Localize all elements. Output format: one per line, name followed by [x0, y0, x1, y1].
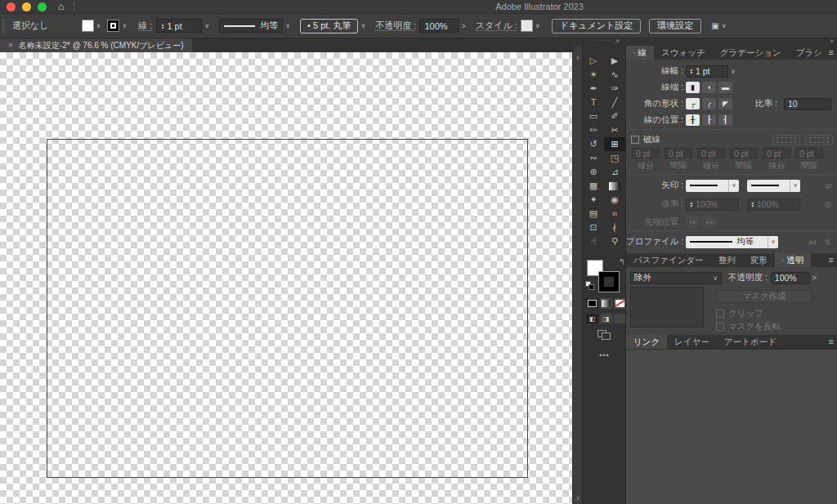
links-panel-body[interactable] [626, 349, 837, 504]
free-transform-tool[interactable]: ◳ [604, 151, 625, 165]
dash-field[interactable]: 0 pt [763, 148, 790, 158]
blend-mode-dropdown[interactable]: 除外 ∨ [630, 272, 722, 284]
none-button[interactable] [614, 298, 626, 309]
dashed-line-checkbox[interactable] [631, 136, 639, 144]
style-chevron-icon[interactable]: ∨ [535, 22, 540, 29]
draw-behind-button[interactable]: ◨ [600, 314, 612, 323]
stroke-weight-field[interactable]: ▴▾ 1 pt [156, 19, 202, 33]
dash-aligned-button[interactable] [805, 135, 833, 145]
toolbar-grip[interactable]: ····· [594, 36, 611, 44]
rectangle-tool[interactable]: ▭ [583, 109, 604, 123]
artboard[interactable] [47, 139, 528, 478]
stroke-chevron-icon[interactable]: ∨ [122, 22, 127, 29]
lasso-tool[interactable]: ∿ [604, 68, 625, 82]
width-tool[interactable]: ∾ [583, 151, 604, 165]
variable-width-chevron-icon[interactable]: ∨ [285, 22, 290, 29]
close-tab-icon[interactable]: × [8, 41, 13, 50]
opacity-more-icon[interactable]: > [461, 22, 465, 30]
hand-tool[interactable]: ☝ [583, 234, 604, 248]
gap-field[interactable]: 0 pt [665, 148, 692, 158]
tab-swatches[interactable]: スウォッチ [654, 46, 713, 60]
flip-across-icon[interactable]: ⇅ [825, 238, 831, 247]
mesh-tool[interactable]: ▦ [583, 179, 604, 193]
stepper-icon[interactable]: ▴▾ [690, 68, 692, 74]
style-swatch[interactable] [521, 20, 533, 32]
document-tab[interactable]: × 名称未設定-2* @ 76.6 % (CMYK/プレビュー) [0, 38, 192, 52]
arrowhead-start-dropdown[interactable] [686, 180, 728, 192]
dash-field[interactable]: 0 pt [697, 148, 725, 158]
profile-chevron-icon[interactable]: ∨ [768, 236, 778, 248]
butt-cap-button[interactable]: ▮ [686, 82, 700, 93]
shape-builder-tool[interactable]: ⊛ [583, 165, 604, 179]
round-join-button[interactable]: ╭ [702, 98, 716, 109]
arrowhead-end-chevron-icon[interactable]: ∨ [790, 180, 800, 192]
style-label[interactable]: スタイル : [476, 20, 517, 32]
preferences-button[interactable]: 環境設定 [649, 19, 701, 33]
stroke-color-swatch[interactable] [107, 20, 119, 32]
tab-artboards[interactable]: アートボード [717, 335, 784, 349]
toolbar-stroke-swatch[interactable] [599, 272, 619, 292]
arrowhead-end-dropdown[interactable] [747, 180, 790, 192]
scissors-tool[interactable]: ✂ [604, 123, 625, 137]
dash-field[interactable]: 0 pt [632, 148, 660, 158]
arrowhead-scale-end-field[interactable]: ▴▾ 100% [747, 198, 800, 211]
arrange-documents-chevron-icon[interactable]: ∨ [722, 22, 727, 29]
artboard-tool[interactable]: ⊡ [583, 221, 604, 234]
tip-inside-button[interactable]: ↤ [702, 216, 716, 228]
transparency-panel-menu-icon[interactable]: ≡ [829, 253, 834, 267]
screen-mode-icon[interactable] [598, 330, 611, 340]
perspective-grid-tool[interactable]: ⊿ [604, 165, 625, 179]
pencil-tool[interactable]: ✏ [583, 123, 604, 137]
brush-chevron-icon[interactable]: ∨ [360, 22, 365, 29]
color-button[interactable] [586, 298, 598, 309]
selection-tool[interactable]: ▷ [583, 54, 604, 68]
scale-tool[interactable]: ⊞ [604, 137, 625, 151]
align-center-button[interactable]: ╂ [686, 114, 700, 126]
weight-chevron-icon[interactable]: ∨ [731, 68, 736, 75]
arrowhead-start-chevron-icon[interactable]: ∨ [728, 180, 739, 192]
tab-layers[interactable]: レイヤー [667, 335, 717, 349]
direct-selection-tool[interactable]: ▶ [604, 54, 625, 68]
fullscreen-window-button[interactable] [38, 2, 47, 11]
zoom-tool[interactable]: ⚲ [604, 234, 625, 248]
width-profile-dropdown[interactable]: 均等 [686, 236, 768, 248]
tip-extend-button[interactable]: ↦ [686, 216, 700, 228]
arrange-documents-icon[interactable]: ▣ [711, 21, 718, 30]
tab-links[interactable]: リンク [626, 335, 667, 349]
tab-align[interactable]: 整列 [711, 253, 743, 267]
draw-inside-button[interactable]: ◌ [614, 314, 626, 323]
brush-definition-dropdown[interactable]: • 5 pt. 丸筆 [300, 19, 358, 33]
blend-tool[interactable]: ◉ [604, 193, 625, 207]
links-panel-menu-icon[interactable]: ≡ [829, 335, 834, 349]
opacity-label[interactable]: 不透明度 : [375, 20, 416, 32]
gap-field[interactable]: 0 pt [795, 148, 823, 158]
type-tool[interactable]: T [583, 96, 604, 109]
round-cap-button[interactable]: ◖ [702, 82, 716, 93]
stroke-weight-field[interactable]: ▴▾ 1 pt [686, 65, 728, 78]
stroke-weight-chevron-icon[interactable]: ∨ [204, 22, 209, 29]
paintbrush-tool[interactable]: ✐ [604, 109, 625, 123]
link-scales-icon[interactable]: ⊘ [825, 200, 831, 209]
opacity-field[interactable]: 100% [419, 19, 459, 33]
tab-pathfinder[interactable]: パスファインダー [626, 253, 711, 267]
fill-color-swatch[interactable] [82, 20, 94, 32]
control-bar-grip[interactable] [2, 19, 5, 33]
stepper-icon[interactable]: ▴▾ [161, 23, 163, 29]
bevel-join-button[interactable]: ◤ [718, 98, 732, 109]
stroke-label[interactable]: 線 : [138, 20, 152, 32]
object-thumbnail[interactable] [630, 287, 704, 328]
dash-exact-button[interactable] [772, 135, 800, 145]
close-window-button[interactable] [7, 2, 16, 11]
tab-brushes[interactable]: ブラシ [789, 46, 830, 60]
rotate-tool[interactable]: ↺ [583, 137, 604, 151]
gradient-tool[interactable] [604, 179, 625, 193]
make-mask-button[interactable]: マスク作成 [716, 290, 812, 303]
collapse-panels-icon[interactable]: » [830, 38, 834, 45]
document-setup-button[interactable]: ドキュメント設定 [552, 19, 642, 33]
swap-arrowheads-icon[interactable]: ⇄ [826, 181, 832, 190]
slice-tool[interactable]: ∤ [604, 221, 625, 234]
align-outside-button[interactable]: ┨ [718, 114, 732, 126]
transparency-opacity-more-icon[interactable]: > [812, 274, 817, 282]
fill-chevron-icon[interactable]: ∨ [96, 22, 101, 29]
miter-limit-field[interactable]: 10 [784, 98, 831, 110]
